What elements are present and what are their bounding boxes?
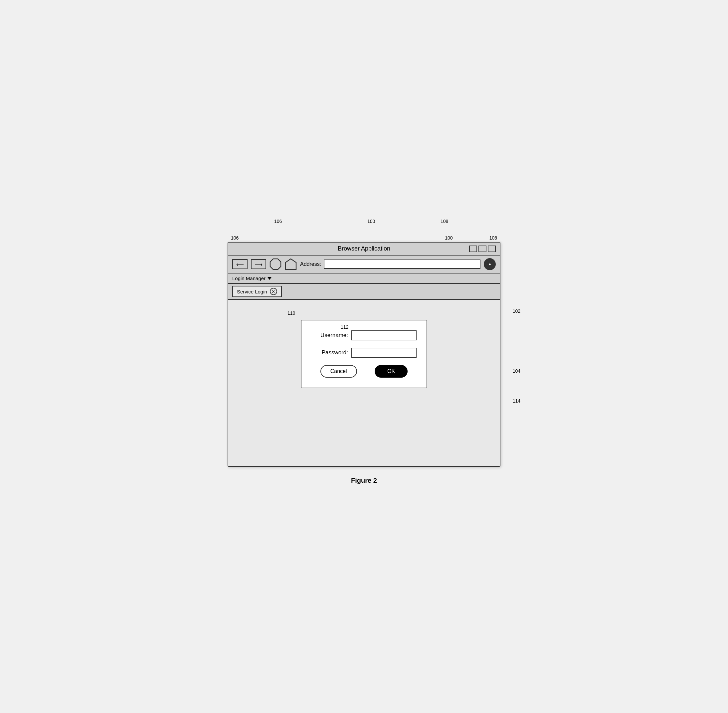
password-row: Password: bbox=[312, 348, 416, 358]
go-icon: ● bbox=[488, 262, 491, 267]
ref-label-108: 108 bbox=[489, 235, 497, 240]
maximize-button[interactable] bbox=[479, 246, 486, 252]
navigation-toolbar: ⟵ ⟶ bbox=[228, 255, 500, 273]
password-label: Password: bbox=[312, 349, 348, 356]
ref-label-112: 112 bbox=[341, 324, 348, 330]
password-input[interactable] bbox=[351, 348, 416, 358]
username-input[interactable] bbox=[351, 330, 416, 340]
address-input[interactable] bbox=[324, 260, 480, 269]
tab-label: Service Login bbox=[237, 289, 267, 294]
ref-label-102: 102 bbox=[513, 309, 521, 314]
dropdown-arrow-icon[interactable] bbox=[267, 277, 272, 280]
close-button[interactable] bbox=[488, 246, 496, 252]
address-area: Address: bbox=[300, 260, 480, 269]
go-button[interactable]: ● bbox=[484, 258, 496, 270]
login-dialog: Username: Password: Cancel OK bbox=[301, 320, 427, 388]
username-label: Username: bbox=[312, 332, 348, 339]
window-controls bbox=[469, 246, 496, 252]
back-button[interactable]: ⟵ bbox=[232, 259, 248, 269]
forward-button[interactable]: ⟶ bbox=[251, 259, 266, 269]
close-x-icon: ✕ bbox=[272, 289, 275, 294]
dialog-button-row: Cancel OK bbox=[312, 365, 416, 377]
ref-label-104: 104 bbox=[513, 368, 521, 374]
tab-close-button[interactable]: ✕ bbox=[270, 288, 277, 295]
ref-106: 106 bbox=[274, 219, 282, 224]
svg-marker-0 bbox=[270, 259, 281, 270]
service-login-tab[interactable]: Service Login ✕ bbox=[232, 286, 282, 297]
ref-100: 100 bbox=[367, 219, 375, 224]
ref-label-114: 114 bbox=[513, 398, 521, 404]
back-icon: ⟵ bbox=[236, 261, 244, 267]
tab-bar: Service Login ✕ bbox=[228, 284, 500, 300]
title-bar: Browser Application bbox=[228, 243, 500, 255]
ref-label-110: 110 bbox=[288, 310, 295, 316]
ref-label-106: 106 bbox=[231, 235, 239, 240]
cancel-button[interactable]: Cancel bbox=[321, 365, 357, 377]
browser-title: Browser Application bbox=[259, 245, 469, 252]
browser-content: Username: Password: Cancel OK bbox=[228, 300, 500, 466]
login-manager-bar: Login Manager bbox=[228, 273, 500, 284]
minimize-button[interactable] bbox=[469, 246, 477, 252]
forward-icon: ⟶ bbox=[255, 261, 263, 267]
svg-marker-1 bbox=[285, 259, 296, 270]
figure-caption: Figure 2 bbox=[351, 477, 377, 485]
ref-108: 108 bbox=[440, 219, 448, 224]
username-row: Username: bbox=[312, 330, 416, 340]
address-label: Address: bbox=[300, 261, 321, 267]
home-button[interactable] bbox=[285, 258, 297, 270]
ok-button[interactable]: OK bbox=[374, 365, 407, 377]
login-manager-label: Login Manager bbox=[232, 276, 266, 281]
browser-window: Browser Application ⟵ bbox=[228, 242, 500, 467]
ref-label-100: 100 bbox=[445, 235, 452, 240]
stop-button[interactable] bbox=[270, 258, 282, 270]
